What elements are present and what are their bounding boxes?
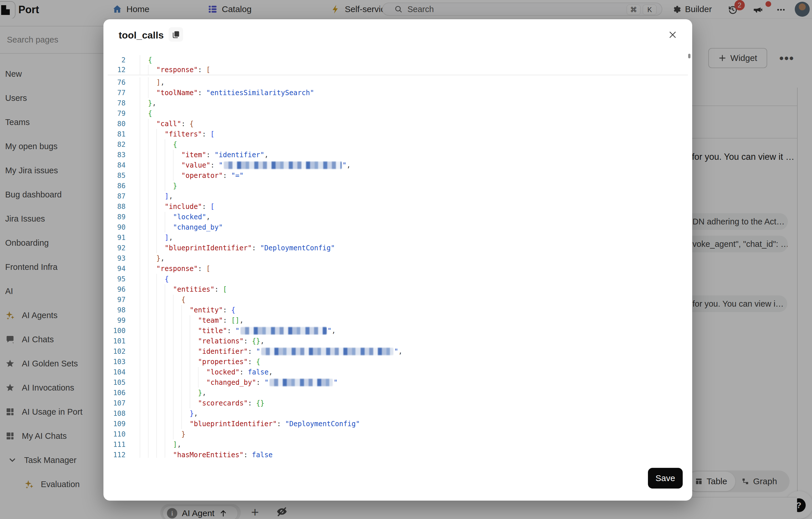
code-line: 12"response": [	[108, 65, 688, 75]
code-line: 98"entity": {	[108, 305, 688, 315]
close-icon	[668, 30, 677, 39]
code-line: 110}	[108, 429, 688, 439]
copy-button[interactable]	[169, 27, 183, 42]
modal-title: tool_calls	[119, 30, 164, 41]
code-line: 97{	[108, 294, 688, 305]
redacted-text	[261, 348, 394, 355]
code-line: 95{	[108, 274, 688, 284]
code-line: 101"relations": {},	[108, 336, 688, 346]
code-line: 90"changed_by"	[108, 222, 688, 232]
fold-divider	[108, 75, 688, 75]
code-line: 108},	[108, 408, 688, 419]
code-line: 82{	[108, 139, 688, 150]
redacted-text	[240, 327, 327, 335]
code-line: 100"title": "",	[108, 325, 688, 336]
save-button[interactable]: Save	[648, 468, 683, 489]
code-line: 94"response": [	[108, 263, 688, 274]
code-line: 80"call": {	[108, 119, 688, 129]
code-line: 87],	[108, 191, 688, 201]
code-lines: 76],77"toolName": "entitiesSimilaritySea…	[108, 77, 688, 458]
code-line: 83"item": "identifier",	[108, 150, 688, 160]
code-line: 111],	[108, 439, 688, 450]
code-line: 99"team": [],	[108, 315, 688, 325]
code-line: 84"value": "",	[108, 160, 688, 170]
code-line: 106},	[108, 388, 688, 398]
code-line: 109"blueprintIdentifier": "DeploymentCon…	[108, 419, 688, 429]
code-line: 76],	[108, 77, 688, 88]
json-code-viewer: 2{12"response": [ 76],77"toolName": "ent…	[108, 55, 688, 458]
code-line: 89"locked",	[108, 212, 688, 222]
code-line: 79{	[108, 108, 688, 119]
code-line: 86}	[108, 181, 688, 191]
close-button[interactable]	[667, 30, 678, 40]
code-line: 96"entities": [	[108, 284, 688, 294]
code-line: 92"blueprintIdentifier": "DeploymentConf…	[108, 243, 688, 253]
redacted-text	[224, 162, 342, 169]
code-line: 112"hasMoreEntities": false	[108, 450, 688, 458]
code-line: 77"toolName": "entitiesSimilaritySearch"	[108, 88, 688, 98]
redacted-text	[269, 379, 333, 386]
code-line: 2{	[108, 55, 688, 65]
code-line: 107"scorecards": {}	[108, 398, 688, 408]
code-line: 85"operator": "="	[108, 170, 688, 181]
code-line: 81"filters": [	[108, 129, 688, 139]
scrollbar-thumb[interactable]	[688, 54, 691, 58]
tool-calls-modal: tool_calls 2{12"response": [ 76],77"tool…	[104, 19, 692, 500]
code-line: 78},	[108, 98, 688, 108]
code-line: 88"include": [	[108, 201, 688, 212]
code-line: 103"properties": {	[108, 357, 688, 367]
code-line: 104"locked": false,	[108, 367, 688, 377]
code-line: 102"identifier": "",	[108, 346, 688, 357]
code-sticky-lines: 2{12"response": [	[108, 55, 688, 75]
code-line: 91],	[108, 232, 688, 243]
copy-icon	[172, 30, 180, 39]
code-line: 105"changed_by": ""	[108, 377, 688, 388]
code-line: 93},	[108, 253, 688, 263]
